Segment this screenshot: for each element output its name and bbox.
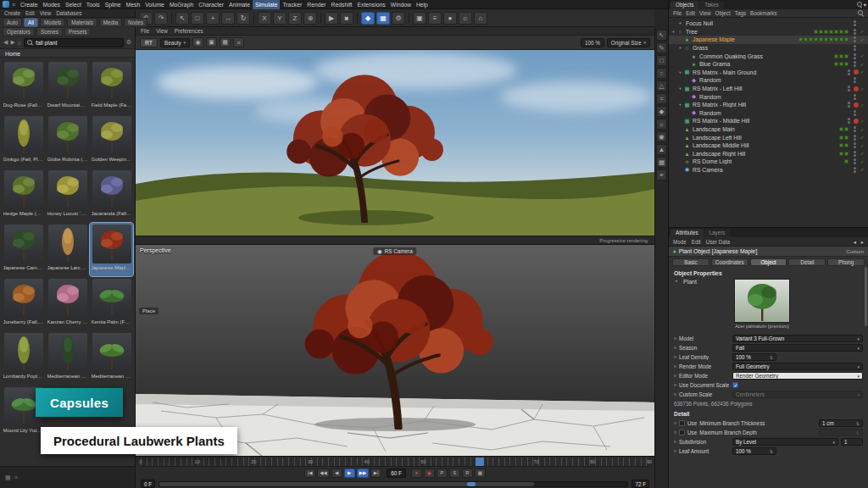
field-number-minimum-branch-thickness[interactable]: 1 cm⇅ [819,419,863,427]
enabled-check-icon[interactable]: ✓ [859,37,865,42]
menu-volume[interactable]: Volume [142,0,167,9]
om-menu-edit[interactable]: Edit [686,10,695,16]
object-row-japanese-maple[interactable]: ♠Japanese Maple✓ [669,36,868,44]
enabled-check-icon[interactable]: ✓ [859,53,865,58]
checkbox-use-document-scale[interactable] [732,382,738,388]
texture-tag-icon[interactable] [839,136,843,140]
breadcrumb[interactable]: Home [0,48,135,58]
visibility-dots[interactable] [848,69,850,75]
search-icon[interactable] [857,2,863,8]
browser-settings-icon[interactable]: ⚙ [126,39,131,46]
asset-item-japanese-camellia-fall-plant[interactable]: Japanese Camellia (Fall, Plant) [2,223,45,276]
move-icon[interactable]: + [206,12,220,25]
object-row-random[interactable]: ◆Random [669,92,868,101]
spline-tool-icon[interactable]: ≈ [656,93,667,104]
field-dropdown-season[interactable]: Fall▾ [732,344,863,352]
go-to-start-button[interactable]: |◀ [304,469,315,478]
simulation-scene-icon[interactable]: ◆ [361,12,375,25]
menu-create[interactable]: Create [18,0,40,9]
range-end-field[interactable]: 72 F [632,480,649,488]
visibility-dots[interactable] [854,126,856,132]
field-number-subdivision-level[interactable]: 1 [841,438,863,446]
axis-y-icon[interactable]: Y [273,12,287,25]
menu-animate[interactable]: Animate [226,0,253,9]
render-view-icon[interactable]: ▶ [325,12,338,25]
timeline-ruler[interactable]: 0102030405060708090 [141,458,649,467]
object-row-landscape-middle-hill[interactable]: ▲Landscape Middle Hill✓ [669,141,868,150]
field-number-leaf-amount[interactable]: 100 %⇅ [732,447,776,455]
expand-arrow-icon[interactable]: ▾ [670,30,676,34]
visibility-dots[interactable] [854,110,856,116]
expand-arrow-icon[interactable]: ▾ [677,70,683,75]
texture-tag-icon[interactable] [844,30,849,34]
render-pass-dropdown[interactable]: Beauty ▾ [160,38,190,47]
enabled-check-icon[interactable]: ✓ [859,69,865,75]
visibility-dots[interactable] [854,151,856,157]
filter-tab-auto[interactable]: Auto [3,18,22,27]
cone-primitive-icon[interactable]: △ [656,80,667,92]
filter-tab-all[interactable]: All [24,18,38,27]
snapshot-icon[interactable]: ◉ [192,37,203,47]
axis-z-icon[interactable]: Z [288,12,302,25]
asset-item-globe-robinia-fall-plant[interactable]: Globe Robinia (Fall, Plant) [46,114,89,168]
filter-tab-presets[interactable]: Presets [64,27,91,36]
menu-modes[interactable]: Modes [41,0,63,9]
range-start-field[interactable]: 0 F [141,480,155,488]
render-settings-icon[interactable]: ⚙ [392,12,405,25]
render-view-menu-view[interactable]: View [156,28,168,34]
asset-item-dwarf-mountain-pine-fall-plant[interactable]: Dwarf Mountain Pine (Fall, Plant) [46,60,89,114]
field-dropdown-render-mode[interactable]: Full Geometry▾ [732,363,863,370]
asset-item-ginkgo-fall-plant[interactable]: Ginkgo (Fall, Plant) [2,114,45,168]
enabled-check-icon[interactable]: ✓ [859,62,865,67]
checkbox-use-maximum-branch-depth[interactable] [679,430,685,435]
texture-tag-icon[interactable] [834,54,838,58]
hamburger-icon[interactable]: ≡ [11,2,16,8]
object-row-random[interactable]: ◆Random [669,76,868,85]
menu-character[interactable]: Character [196,0,226,9]
prev-key-button[interactable]: ◀◀ [317,469,329,478]
object-row-blue-grama[interactable]: ♠Blue Grama✓ [669,60,868,69]
om-menu-view[interactable]: View [699,10,711,16]
texture-tag-icon[interactable] [844,159,849,164]
browser-menu-view[interactable]: View [40,10,52,16]
plant-preview-thumbnail[interactable] [734,279,790,323]
select-tool-icon[interactable]: ↖ [656,30,667,41]
enabled-check-icon[interactable]: ✓ [859,86,865,92]
om-menu-tags[interactable]: Tags [735,10,746,16]
asset-item-honey-locust-sunburst-fall-plant[interactable]: Honey Locust 'Sunburst' (Fall, Plant) [46,169,89,222]
region-render-icon[interactable]: ▦ [220,37,231,47]
filter-tab-media[interactable]: Media [99,18,122,27]
visibility-dots[interactable] [854,36,856,42]
asset-item-lombardy-poplar-fall-plant[interactable]: Lombardy Poplar (Fall, Plant) [2,331,45,385]
menu-window[interactable]: Window [388,0,414,9]
asset-item-golden-weeping-willow-fall-plant[interactable]: Golden Weeping Willow (Fall, Plant) [90,114,133,168]
asset-item-juneberry-fall-plant[interactable]: Juneberry (Fall, Plant) [2,277,45,330]
visibility-dots[interactable] [854,167,856,173]
texture-tag-icon[interactable] [839,62,843,66]
texture-tag-icon[interactable] [824,37,828,42]
render-to-picture-viewer-icon[interactable]: ■ [340,12,353,25]
object-row-rs-matrix-right-hill[interactable]: ▾▦RS Matrix - Right Hill✓ [669,101,868,109]
history-forward-icon[interactable]: ▸ [861,239,864,245]
simulation-play-icon[interactable]: ▦ [376,12,390,25]
checkbox-use-minimum-branch-thickness[interactable] [679,420,685,426]
enabled-check-icon[interactable]: ✓ [859,143,865,148]
section-tab-phong[interactable]: Phong [827,258,865,266]
asset-item-hedge-maple-fall-plant[interactable]: Hedge Maple (Fall, Plant) [2,169,45,222]
field-number-maximum-branch-depth[interactable]: ⇅ [819,429,863,436]
play-forward-button[interactable]: ▶ [344,469,355,478]
deformer-icon[interactable]: ≡ [656,169,667,180]
object-row-focus-null[interactable]: +Focus Null [669,19,868,28]
record-keyframe-button[interactable]: ● [411,469,422,478]
sphere-primitive-icon[interactable]: ○ [656,68,667,79]
texture-tag-icon[interactable] [844,127,849,131]
object-row-random[interactable]: ◆Random [669,109,868,118]
texture-tag-icon[interactable] [834,30,838,34]
texture-tag-icon[interactable] [844,152,849,156]
asset-item-mediterranean-cypress-fall-plant[interactable]: Mediterranean Cypress (Fall, Plant) [46,331,89,385]
coordinate-system-icon[interactable]: ⊕ [303,12,317,25]
cube-primitive-icon[interactable]: □ [656,55,667,66]
home-icon[interactable]: ⌂ [18,40,21,46]
search-input[interactable] [36,40,120,46]
snap-icon[interactable]: ▣ [413,12,426,25]
